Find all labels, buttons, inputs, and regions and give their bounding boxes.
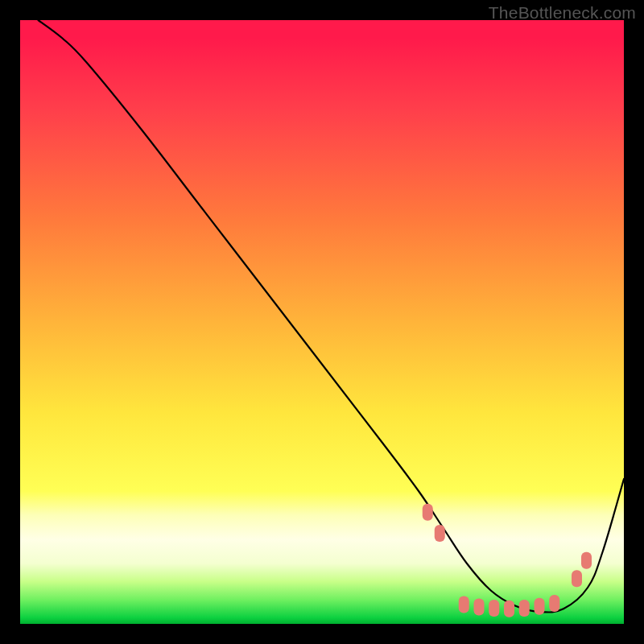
gradient-plot-area [20,20,624,624]
watermark-text: TheBottleneck.com [489,3,636,23]
highlight-marker [549,595,559,612]
highlight-marker [435,525,445,542]
highlight-marker [581,552,592,569]
highlight-marker [519,600,530,617]
highlight-marker [474,599,485,616]
highlight-markers-group [423,504,592,617]
bottleneck-curve-path [39,20,625,613]
highlight-marker [423,504,433,521]
highlight-marker [535,598,545,615]
highlight-marker [504,601,514,617]
chart-frame: TheBottleneck.com [0,0,644,644]
highlight-marker [489,600,499,617]
curve-layer [20,20,624,624]
highlight-marker [572,570,582,587]
highlight-marker [459,597,469,613]
